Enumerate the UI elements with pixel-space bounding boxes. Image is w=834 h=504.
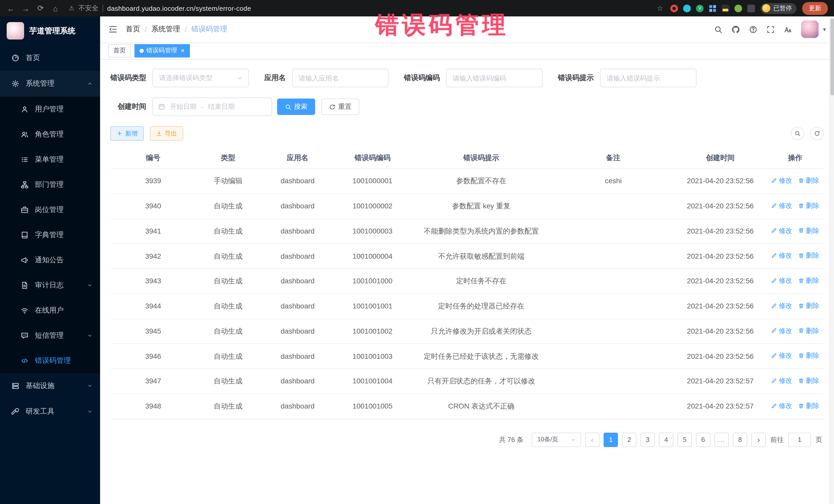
sidebar-item[interactable]: 在线用户: [0, 298, 100, 323]
breadcrumb-item[interactable]: 系统管理: [151, 25, 180, 34]
column-header[interactable]: 操作: [767, 149, 824, 168]
delete-link[interactable]: 删除: [798, 326, 819, 336]
close-icon[interactable]: ×: [181, 47, 184, 54]
edit-link[interactable]: 修改: [771, 201, 792, 211]
sidebar-item[interactable]: 角色管理: [0, 122, 100, 147]
delete-link[interactable]: 删除: [798, 276, 819, 286]
delete-link[interactable]: 删除: [798, 351, 819, 361]
sidebar-item[interactable]: 部门管理: [0, 172, 100, 197]
user-avatar[interactable]: [802, 21, 819, 38]
page-ellipsis-button[interactable]: ...: [715, 432, 729, 447]
sidebar-item[interactable]: 字典管理: [0, 222, 100, 247]
edit-link[interactable]: 修改: [771, 376, 792, 386]
font-size-icon[interactable]: [784, 25, 793, 34]
edit-link[interactable]: 修改: [771, 251, 792, 261]
page-size-select[interactable]: 10条/页: [532, 432, 581, 447]
delete-link[interactable]: 删除: [798, 176, 819, 185]
address-bar[interactable]: ⚠ 不安全 dashboard.yudao.iocoder.cn/system/…: [66, 4, 650, 13]
sidebar-item[interactable]: 菜单管理: [0, 147, 100, 172]
sidebar-item[interactable]: 基础设施: [0, 373, 100, 399]
page-button[interactable]: 5: [678, 432, 692, 447]
prev-page-button[interactable]: ‹: [585, 432, 599, 447]
column-header[interactable]: 编号: [110, 149, 196, 168]
add-button[interactable]: 新增: [110, 126, 144, 140]
sidebar-item[interactable]: 研发工具: [0, 399, 100, 424]
cell-app: dashboard: [260, 397, 335, 416]
column-header[interactable]: 备注: [553, 149, 674, 168]
date-range-picker[interactable]: 开始日期 - 结束日期: [152, 97, 272, 116]
scrollbar-thumb[interactable]: [830, 19, 834, 95]
fullscreen-icon[interactable]: [767, 25, 775, 34]
back-icon[interactable]: ←: [6, 4, 15, 13]
delete-link[interactable]: 删除: [798, 201, 819, 211]
help-icon[interactable]: [749, 25, 758, 34]
extension-icon[interactable]: [722, 4, 729, 12]
export-button[interactable]: 导出: [150, 126, 183, 140]
edit-link[interactable]: 修改: [771, 225, 792, 236]
sidebar-toggle-icon[interactable]: [108, 25, 117, 34]
error-code-input[interactable]: [446, 69, 543, 87]
extension-icon[interactable]: [683, 4, 691, 12]
github-icon[interactable]: [731, 25, 740, 34]
bookmark-star-icon[interactable]: ☆: [655, 4, 665, 12]
app-logo[interactable]: 芋道管理系统: [0, 17, 100, 45]
extension-icon[interactable]: V: [696, 4, 704, 12]
search-icon[interactable]: [714, 25, 723, 34]
column-header[interactable]: 应用名: [260, 149, 335, 168]
column-header[interactable]: 类型: [196, 149, 260, 168]
avatar-caret-icon[interactable]: ▾: [823, 26, 826, 32]
goto-page-input[interactable]: [788, 432, 811, 447]
page-button[interactable]: 6: [696, 432, 710, 447]
refresh-table-button[interactable]: [810, 127, 824, 140]
page-scrollbar[interactable]: [829, 17, 834, 504]
column-header[interactable]: 错误码提示: [410, 149, 553, 168]
extension-icon[interactable]: [670, 4, 678, 12]
toggle-search-button[interactable]: [791, 127, 804, 140]
sidebar-item[interactable]: 通知公告: [0, 247, 100, 272]
sidebar-item[interactable]: 岗位管理: [0, 197, 100, 222]
sidebar-item[interactable]: 系统管理: [0, 71, 100, 96]
extension-icon[interactable]: [709, 4, 717, 12]
app-name-input[interactable]: [292, 69, 389, 87]
page-button[interactable]: 2: [622, 432, 636, 447]
edit-link[interactable]: 修改: [771, 276, 792, 286]
extension-icon[interactable]: [747, 4, 755, 12]
sidebar-item[interactable]: 短信管理: [0, 323, 100, 348]
security-label[interactable]: 不安全: [79, 4, 98, 13]
tag-home[interactable]: 首页: [108, 44, 131, 57]
edit-link[interactable]: 修改: [771, 401, 792, 411]
reload-icon[interactable]: ⟳: [36, 4, 45, 13]
edit-link[interactable]: 修改: [771, 301, 792, 311]
delete-link[interactable]: 删除: [798, 225, 819, 236]
home-icon[interactable]: ⌂: [51, 4, 60, 13]
error-type-select[interactable]: 请选择错误码类型: [152, 69, 249, 87]
reset-button[interactable]: 重置: [321, 98, 359, 115]
next-page-button[interactable]: ›: [751, 432, 766, 447]
delete-link[interactable]: 删除: [798, 301, 819, 311]
breadcrumb-item[interactable]: 首页: [126, 25, 140, 34]
delete-link[interactable]: 删除: [798, 251, 819, 261]
sidebar-item[interactable]: 错误码管理: [0, 348, 100, 373]
edit-link[interactable]: 修改: [771, 351, 792, 361]
page-button[interactable]: 1: [603, 432, 618, 447]
delete-link[interactable]: 删除: [798, 376, 819, 386]
edit-link[interactable]: 修改: [771, 326, 792, 336]
page-button[interactable]: 3: [640, 432, 655, 447]
edit-link[interactable]: 修改: [771, 176, 792, 185]
search-button[interactable]: 搜索: [277, 98, 315, 115]
tag-error-code[interactable]: 错误码管理 ×: [134, 44, 190, 57]
forward-icon[interactable]: →: [21, 4, 30, 13]
sidebar-item[interactable]: 首页: [0, 45, 100, 71]
page-button[interactable]: 8: [733, 432, 747, 447]
delete-link[interactable]: 删除: [798, 401, 819, 411]
page-button[interactable]: 4: [659, 432, 673, 447]
browser-update-button[interactable]: 更新: [802, 2, 828, 15]
url-text[interactable]: dashboard.yudao.iocoder.cn/system/error-…: [107, 4, 251, 12]
sidebar-item[interactable]: 用户管理: [0, 96, 100, 122]
profile-paused-badge[interactable]: 已暂停: [761, 3, 796, 14]
column-header[interactable]: 错误码编码: [335, 149, 410, 168]
sidebar-item[interactable]: 审计日志: [0, 272, 100, 298]
extension-icon[interactable]: [734, 4, 742, 12]
column-header[interactable]: 创建时间: [674, 149, 767, 168]
error-hint-input[interactable]: [600, 69, 697, 87]
